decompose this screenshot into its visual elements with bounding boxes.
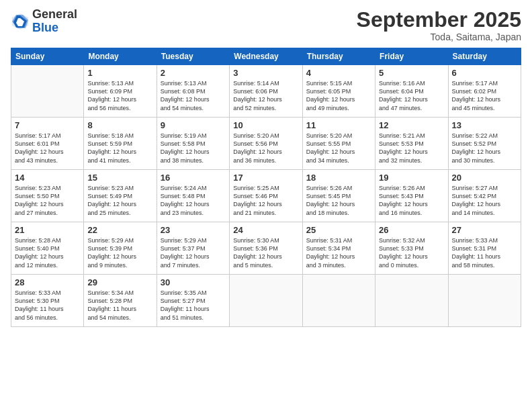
day-number: 24 — [233, 225, 298, 235]
calendar-cell: 3Sunrise: 5:14 AM Sunset: 6:06 PM Daylig… — [230, 65, 302, 118]
cell-content: Sunrise: 5:20 AM Sunset: 5:56 PM Dayligh… — [233, 132, 298, 165]
cell-content: Sunrise: 5:16 AM Sunset: 6:04 PM Dayligh… — [379, 79, 444, 112]
cell-content: Sunrise: 5:26 AM Sunset: 5:45 PM Dayligh… — [306, 184, 371, 217]
cell-content: Sunrise: 5:18 AM Sunset: 5:59 PM Dayligh… — [87, 132, 152, 165]
calendar-cell: 14Sunrise: 5:23 AM Sunset: 5:50 PM Dayli… — [11, 170, 84, 222]
day-number: 12 — [379, 120, 444, 130]
day-number: 15 — [87, 173, 152, 183]
day-number: 28 — [15, 277, 80, 287]
calendar-header-row: SundayMondayTuesdayWednesdayThursdayFrid… — [11, 48, 521, 65]
day-number: 5 — [379, 68, 444, 78]
day-number: 23 — [161, 225, 226, 235]
calendar-cell: 24Sunrise: 5:30 AM Sunset: 5:36 PM Dayli… — [230, 222, 302, 275]
calendar-cell: 8Sunrise: 5:18 AM Sunset: 5:59 PM Daylig… — [84, 118, 157, 170]
cell-content: Sunrise: 5:21 AM Sunset: 5:53 PM Dayligh… — [379, 132, 444, 165]
cell-content: Sunrise: 5:20 AM Sunset: 5:55 PM Dayligh… — [306, 132, 371, 165]
calendar-table: SundayMondayTuesdayWednesdayThursdayFrid… — [11, 48, 521, 327]
cell-content: Sunrise: 5:23 AM Sunset: 5:49 PM Dayligh… — [87, 184, 152, 217]
calendar-cell: 18Sunrise: 5:26 AM Sunset: 5:45 PM Dayli… — [302, 170, 375, 222]
day-number: 22 — [87, 225, 152, 235]
calendar-cell: 9Sunrise: 5:19 AM Sunset: 5:58 PM Daylig… — [157, 118, 229, 170]
cell-content: Sunrise: 5:29 AM Sunset: 5:39 PM Dayligh… — [87, 236, 152, 269]
cell-content: Sunrise: 5:17 AM Sunset: 6:02 PM Dayligh… — [452, 79, 517, 112]
calendar-cell: 15Sunrise: 5:23 AM Sunset: 5:49 PM Dayli… — [84, 170, 157, 222]
cell-content: Sunrise: 5:14 AM Sunset: 6:06 PM Dayligh… — [233, 79, 298, 112]
cell-content: Sunrise: 5:29 AM Sunset: 5:37 PM Dayligh… — [161, 236, 226, 269]
cell-content: Sunrise: 5:19 AM Sunset: 5:58 PM Dayligh… — [161, 132, 226, 165]
day-number: 3 — [233, 68, 298, 78]
day-number: 16 — [161, 173, 226, 183]
calendar-cell: 10Sunrise: 5:20 AM Sunset: 5:56 PM Dayli… — [230, 118, 302, 170]
cell-content: Sunrise: 5:26 AM Sunset: 5:43 PM Dayligh… — [379, 184, 444, 217]
cell-content: Sunrise: 5:33 AM Sunset: 5:30 PM Dayligh… — [15, 289, 80, 322]
title-block: September 2025 Toda, Saitama, Japan — [357, 8, 521, 42]
calendar-cell — [11, 65, 84, 118]
cell-content: Sunrise: 5:28 AM Sunset: 5:40 PM Dayligh… — [15, 236, 80, 269]
day-number: 7 — [15, 120, 80, 130]
logo-text: General Blue — [32, 8, 77, 35]
day-number: 27 — [452, 225, 517, 235]
calendar-cell: 28Sunrise: 5:33 AM Sunset: 5:30 PM Dayli… — [11, 275, 84, 327]
day-number: 8 — [87, 120, 152, 130]
calendar-cell: 22Sunrise: 5:29 AM Sunset: 5:39 PM Dayli… — [84, 222, 157, 275]
cell-content: Sunrise: 5:31 AM Sunset: 5:34 PM Dayligh… — [306, 236, 371, 269]
cell-content: Sunrise: 5:17 AM Sunset: 6:01 PM Dayligh… — [15, 132, 80, 165]
cell-content: Sunrise: 5:35 AM Sunset: 5:27 PM Dayligh… — [161, 289, 226, 322]
day-number: 1 — [87, 68, 152, 78]
calendar-cell: 19Sunrise: 5:26 AM Sunset: 5:43 PM Dayli… — [375, 170, 448, 222]
cell-content: Sunrise: 5:34 AM Sunset: 5:28 PM Dayligh… — [87, 289, 152, 322]
day-number: 9 — [161, 120, 226, 130]
calendar-cell: 6Sunrise: 5:17 AM Sunset: 6:02 PM Daylig… — [448, 65, 521, 118]
calendar-cell: 11Sunrise: 5:20 AM Sunset: 5:55 PM Dayli… — [302, 118, 375, 170]
cell-content: Sunrise: 5:27 AM Sunset: 5:42 PM Dayligh… — [452, 184, 517, 217]
calendar-week-0: 1Sunrise: 5:13 AM Sunset: 6:09 PM Daylig… — [11, 65, 521, 118]
logo-icon — [11, 12, 30, 31]
calendar-cell — [375, 275, 448, 327]
day-number: 17 — [233, 173, 298, 183]
day-number: 29 — [87, 277, 152, 287]
calendar-cell: 7Sunrise: 5:17 AM Sunset: 6:01 PM Daylig… — [11, 118, 84, 170]
calendar-cell: 5Sunrise: 5:16 AM Sunset: 6:04 PM Daylig… — [375, 65, 448, 118]
calendar-cell — [230, 275, 302, 327]
day-number: 25 — [306, 225, 371, 235]
day-number: 4 — [306, 68, 371, 78]
day-number: 26 — [379, 225, 444, 235]
cell-content: Sunrise: 5:13 AM Sunset: 6:08 PM Dayligh… — [161, 79, 226, 112]
calendar-cell: 29Sunrise: 5:34 AM Sunset: 5:28 PM Dayli… — [84, 275, 157, 327]
day-number: 19 — [379, 173, 444, 183]
day-number: 2 — [161, 68, 226, 78]
day-number: 13 — [452, 120, 517, 130]
day-header-thursday: Thursday — [302, 48, 375, 65]
calendar-week-1: 7Sunrise: 5:17 AM Sunset: 6:01 PM Daylig… — [11, 118, 521, 170]
day-header-saturday: Saturday — [448, 48, 521, 65]
day-header-friday: Friday — [375, 48, 448, 65]
day-number: 10 — [233, 120, 298, 130]
calendar-week-4: 28Sunrise: 5:33 AM Sunset: 5:30 PM Dayli… — [11, 275, 521, 327]
calendar-cell: 20Sunrise: 5:27 AM Sunset: 5:42 PM Dayli… — [448, 170, 521, 222]
cell-content: Sunrise: 5:33 AM Sunset: 5:31 PM Dayligh… — [452, 236, 517, 269]
day-header-monday: Monday — [84, 48, 157, 65]
day-header-tuesday: Tuesday — [157, 48, 229, 65]
header: General Blue September 2025 Toda, Saitam… — [11, 8, 521, 42]
cell-content: Sunrise: 5:32 AM Sunset: 5:33 PM Dayligh… — [379, 236, 444, 269]
day-number: 6 — [452, 68, 517, 78]
cell-content: Sunrise: 5:25 AM Sunset: 5:46 PM Dayligh… — [233, 184, 298, 217]
calendar-cell: 4Sunrise: 5:15 AM Sunset: 6:05 PM Daylig… — [302, 65, 375, 118]
cell-content: Sunrise: 5:24 AM Sunset: 5:48 PM Dayligh… — [161, 184, 226, 217]
cell-content: Sunrise: 5:23 AM Sunset: 5:50 PM Dayligh… — [15, 184, 80, 217]
day-number: 18 — [306, 173, 371, 183]
day-number: 14 — [15, 173, 80, 183]
calendar-cell: 17Sunrise: 5:25 AM Sunset: 5:46 PM Dayli… — [230, 170, 302, 222]
calendar-cell: 23Sunrise: 5:29 AM Sunset: 5:37 PM Dayli… — [157, 222, 229, 275]
calendar-week-3: 21Sunrise: 5:28 AM Sunset: 5:40 PM Dayli… — [11, 222, 521, 275]
day-number: 11 — [306, 120, 371, 130]
calendar-cell: 25Sunrise: 5:31 AM Sunset: 5:34 PM Dayli… — [302, 222, 375, 275]
day-header-wednesday: Wednesday — [230, 48, 302, 65]
calendar-cell: 13Sunrise: 5:22 AM Sunset: 5:52 PM Dayli… — [448, 118, 521, 170]
page-container: General Blue September 2025 Toda, Saitam… — [0, 0, 532, 335]
calendar-cell — [302, 275, 375, 327]
calendar-cell: 30Sunrise: 5:35 AM Sunset: 5:27 PM Dayli… — [157, 275, 229, 327]
day-number: 20 — [452, 173, 517, 183]
month-title: September 2025 — [357, 8, 521, 32]
calendar-cell: 26Sunrise: 5:32 AM Sunset: 5:33 PM Dayli… — [375, 222, 448, 275]
